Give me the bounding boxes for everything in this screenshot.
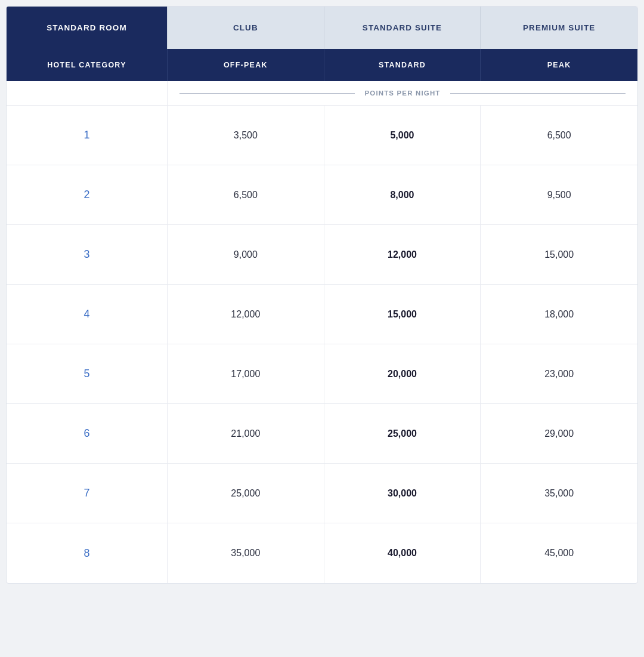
category-cell: 4 bbox=[7, 285, 168, 344]
standard-cell: 5,000 bbox=[324, 106, 481, 165]
standard-cell: 25,000 bbox=[324, 404, 481, 463]
standard-cell: 30,000 bbox=[324, 464, 481, 523]
offpeak-cell: 21,000 bbox=[168, 404, 324, 463]
table-row: 6 21,000 25,000 29,000 bbox=[7, 404, 637, 464]
offpeak-cell: 3,500 bbox=[168, 106, 324, 165]
header-row: HOTEL CATEGORY OFF-PEAK STANDARD PEAK bbox=[7, 49, 637, 81]
tab-premium-suite[interactable]: PREMIUM SUITE bbox=[481, 7, 637, 49]
tab-row: STANDARD ROOM CLUB STANDARD SUITE PREMIU… bbox=[7, 7, 637, 49]
points-per-night-label: POINTS PER NIGHT bbox=[364, 90, 440, 97]
standard-cell: 8,000 bbox=[324, 165, 481, 224]
offpeak-cell: 35,000 bbox=[168, 523, 324, 583]
points-banner-left-spacer bbox=[7, 81, 168, 105]
peak-cell: 6,500 bbox=[481, 106, 637, 165]
table-row: 5 17,000 20,000 23,000 bbox=[7, 344, 637, 404]
standard-cell: 12,000 bbox=[324, 225, 481, 284]
tab-club[interactable]: CLUB bbox=[168, 7, 324, 49]
table-row: 1 3,500 5,000 6,500 bbox=[7, 106, 637, 165]
standard-cell: 40,000 bbox=[324, 523, 481, 583]
table-row: 2 6,500 8,000 9,500 bbox=[7, 165, 637, 225]
peak-cell: 15,000 bbox=[481, 225, 637, 284]
standard-cell: 20,000 bbox=[324, 344, 481, 403]
col-offpeak: OFF-PEAK bbox=[168, 49, 324, 81]
tab-standard-room[interactable]: STANDARD ROOM bbox=[7, 7, 168, 49]
table-row: 7 25,000 30,000 35,000 bbox=[7, 464, 637, 523]
offpeak-cell: 6,500 bbox=[168, 165, 324, 224]
category-cell: 6 bbox=[7, 404, 168, 463]
points-banner-right: POINTS PER NIGHT bbox=[168, 81, 637, 105]
offpeak-cell: 25,000 bbox=[168, 464, 324, 523]
tab-standard-suite[interactable]: STANDARD SUITE bbox=[324, 7, 481, 49]
peak-cell: 23,000 bbox=[481, 344, 637, 403]
points-line-left bbox=[179, 93, 355, 94]
peak-cell: 9,500 bbox=[481, 165, 637, 224]
offpeak-cell: 12,000 bbox=[168, 285, 324, 344]
standard-cell: 15,000 bbox=[324, 285, 481, 344]
category-cell: 5 bbox=[7, 344, 168, 403]
category-cell: 2 bbox=[7, 165, 168, 224]
peak-cell: 29,000 bbox=[481, 404, 637, 463]
col-peak: PEAK bbox=[481, 49, 637, 81]
table-row: 4 12,000 15,000 18,000 bbox=[7, 285, 637, 344]
offpeak-cell: 17,000 bbox=[168, 344, 324, 403]
col-standard: STANDARD bbox=[324, 49, 481, 81]
peak-cell: 18,000 bbox=[481, 285, 637, 344]
category-cell: 8 bbox=[7, 523, 168, 583]
category-cell: 1 bbox=[7, 106, 168, 165]
category-cell: 3 bbox=[7, 225, 168, 284]
table-row: 8 35,000 40,000 45,000 bbox=[7, 523, 637, 583]
col-hotel-category: HOTEL CATEGORY bbox=[7, 49, 168, 81]
points-table: STANDARD ROOM CLUB STANDARD SUITE PREMIU… bbox=[6, 6, 638, 584]
points-line-right bbox=[450, 93, 626, 94]
offpeak-cell: 9,000 bbox=[168, 225, 324, 284]
peak-cell: 45,000 bbox=[481, 523, 637, 583]
category-cell: 7 bbox=[7, 464, 168, 523]
data-rows-container: 1 3,500 5,000 6,500 2 6,500 8,000 9,500 … bbox=[7, 106, 637, 583]
points-banner: POINTS PER NIGHT bbox=[7, 81, 637, 106]
peak-cell: 35,000 bbox=[481, 464, 637, 523]
table-row: 3 9,000 12,000 15,000 bbox=[7, 225, 637, 285]
